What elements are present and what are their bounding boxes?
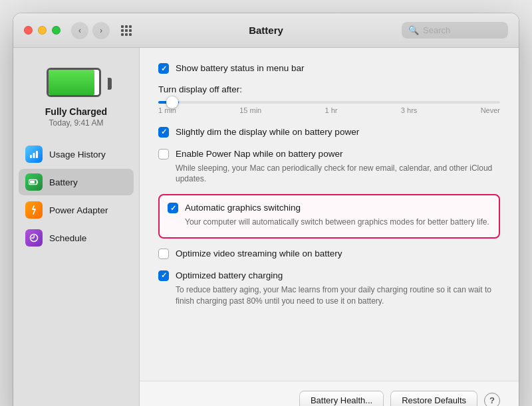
battery-time-label: Today, 9:41 AM (49, 118, 104, 128)
auto-graphics-row: Automatic graphics switching Your comput… (168, 202, 491, 228)
maximize-button[interactable] (52, 26, 61, 35)
show-battery-status-label: Show battery status in menu bar (176, 62, 305, 75)
dim-display-label: Slightly dim the display while on batter… (176, 126, 359, 139)
auto-graphics-highlighted-section: Automatic graphics switching Your comput… (158, 194, 500, 239)
help-button[interactable]: ? (484, 393, 500, 407)
power-nap-row: Enable Power Nap while on battery power … (158, 148, 500, 185)
svg-rect-1 (33, 153, 35, 158)
show-battery-status-row: Show battery status in menu bar (158, 62, 500, 75)
optimized-charging-label: Optimized battery charging (176, 270, 500, 282)
power-adapter-icon (25, 201, 43, 219)
bottom-bar: Battery Health... Restore Defaults ? (140, 381, 519, 406)
content-area: Fully Charged Today, 9:41 AM Usage Histo… (13, 48, 519, 406)
sidebar-label-battery: Battery (49, 177, 78, 187)
window-title: Battery (249, 25, 283, 36)
battery-fill (49, 70, 95, 95)
system-preferences-window: ‹ › Battery 🔍 Search (13, 13, 519, 406)
restore-defaults-button[interactable]: Restore Defaults (390, 391, 477, 406)
slider-labels: 1 min 15 min 1 hr 3 hrs Never (158, 106, 500, 114)
svg-rect-6 (31, 238, 34, 239)
dim-display-checkbox[interactable] (158, 127, 169, 138)
sidebar-item-power-adapter[interactable]: Power Adapter (19, 197, 134, 223)
nav-buttons: ‹ › (71, 22, 110, 39)
auto-graphics-checkbox[interactable] (168, 203, 178, 213)
optimized-charging-desc: To reduce battery aging, your Mac learns… (176, 284, 500, 307)
back-button[interactable]: ‹ (71, 22, 88, 39)
battery-charge-label: Fully Charged (45, 106, 107, 117)
battery-icon (25, 173, 43, 191)
optimized-charging-checkbox[interactable] (158, 270, 169, 281)
dim-display-row: Slightly dim the display while on batter… (158, 126, 500, 139)
display-off-section: Turn display off after: 1 min 15 min 1 h… (158, 84, 500, 114)
grid-view-button[interactable] (118, 22, 135, 39)
battery-nub (108, 78, 112, 90)
sidebar-label-power-adapter: Power Adapter (49, 205, 108, 215)
slider-label-1: 15 min (239, 106, 261, 114)
battery-status-panel: Fully Charged Today, 9:41 AM (13, 61, 139, 141)
power-nap-checkbox[interactable] (158, 149, 169, 159)
power-nap-label: Enable Power Nap while on battery power (176, 148, 500, 161)
display-off-label: Turn display off after: (158, 84, 500, 94)
optimized-charging-row: Optimized battery charging To reduce bat… (158, 270, 500, 306)
battery-body (47, 68, 101, 97)
search-icon: 🔍 (408, 25, 419, 35)
video-streaming-row: Optimize video streaming while on batter… (158, 248, 500, 260)
auto-graphics-desc: Your computer will automatically switch … (185, 217, 489, 228)
usage-history-icon (25, 146, 43, 163)
forward-button[interactable]: › (92, 22, 110, 39)
title-text: Battery (249, 25, 283, 36)
search-placeholder: Search (423, 25, 450, 35)
scrollable-main: Show battery status in menu bar Turn dis… (140, 48, 519, 381)
power-nap-desc: While sleeping, your Mac can periodicall… (176, 163, 500, 185)
battery-health-button[interactable]: Battery Health... (299, 391, 384, 406)
slider-thumb[interactable] (166, 96, 178, 108)
sidebar-item-usage-history[interactable]: Usage History (19, 141, 134, 167)
slider-label-4: Never (481, 106, 500, 114)
sidebar-item-schedule[interactable]: Schedule (19, 225, 134, 251)
titlebar: ‹ › Battery 🔍 Search (13, 13, 519, 48)
sidebar-label-schedule: Schedule (49, 233, 86, 243)
sidebar-item-battery[interactable]: Battery (19, 169, 134, 195)
svg-rect-0 (30, 155, 32, 158)
schedule-icon (25, 229, 43, 247)
slider-label-2: 1 hr (325, 106, 338, 114)
show-battery-status-checkbox[interactable] (158, 63, 169, 74)
slider-label-3: 3 hrs (401, 106, 417, 114)
svg-rect-2 (36, 151, 38, 158)
search-box[interactable]: 🔍 Search (402, 22, 508, 39)
auto-graphics-label: Automatic graphics switching (185, 202, 489, 215)
grid-icon (121, 25, 132, 36)
traffic-lights (24, 26, 61, 35)
svg-rect-7 (34, 235, 35, 238)
battery-icon-wrap (47, 68, 106, 100)
sidebar-nav: Usage History Battery (13, 141, 139, 251)
video-streaming-label: Optimize video streaming while on batter… (176, 248, 342, 260)
display-off-slider-track (158, 101, 500, 104)
video-streaming-checkbox[interactable] (158, 249, 169, 259)
sidebar-label-usage-history: Usage History (49, 150, 106, 159)
close-button[interactable] (24, 26, 33, 35)
svg-rect-4 (30, 181, 35, 183)
sidebar: Fully Charged Today, 9:41 AM Usage Histo… (13, 48, 140, 406)
main-area: Show battery status in menu bar Turn dis… (140, 48, 519, 406)
minimize-button[interactable] (38, 26, 47, 35)
